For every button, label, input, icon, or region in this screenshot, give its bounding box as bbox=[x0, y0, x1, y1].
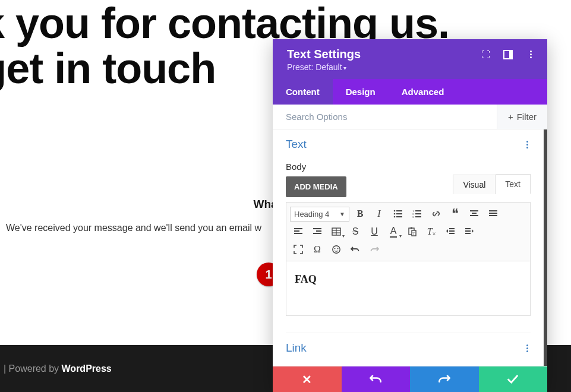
align-right-button[interactable] bbox=[309, 224, 326, 239]
preset-dropdown[interactable]: Preset: Default bbox=[287, 62, 535, 72]
svg-rect-21 bbox=[313, 228, 321, 229]
svg-point-2 bbox=[394, 213, 396, 215]
emoji-button[interactable] bbox=[328, 242, 345, 257]
svg-rect-12 bbox=[470, 210, 478, 211]
svg-point-39 bbox=[335, 248, 336, 249]
undo-button[interactable] bbox=[347, 242, 364, 257]
textcolor-button[interactable]: A bbox=[385, 224, 402, 239]
expand-icon[interactable] bbox=[481, 50, 490, 59]
tab-advanced[interactable]: Advanced bbox=[389, 79, 458, 105]
svg-rect-20 bbox=[294, 233, 302, 234]
tab-content[interactable]: Content bbox=[273, 79, 333, 105]
plus-icon: + bbox=[508, 112, 513, 122]
text-editor[interactable]: FAQ bbox=[286, 261, 531, 316]
svg-point-0 bbox=[394, 210, 396, 212]
section-text-title[interactable]: Text bbox=[286, 138, 307, 151]
redo-button[interactable] bbox=[366, 242, 383, 257]
svg-rect-18 bbox=[294, 228, 302, 229]
filter-label: Filter bbox=[517, 112, 537, 122]
check-icon bbox=[507, 374, 519, 385]
svg-rect-11 bbox=[415, 216, 421, 217]
redo-changes-button[interactable] bbox=[410, 366, 479, 392]
footer-prefix: | Powered by bbox=[4, 363, 59, 374]
svg-rect-37 bbox=[465, 233, 471, 234]
panel-footer: ✕ bbox=[273, 366, 547, 392]
tab-design[interactable]: Design bbox=[333, 79, 389, 105]
svg-rect-23 bbox=[313, 233, 321, 234]
fullscreen-button[interactable] bbox=[290, 242, 307, 257]
section-link-title[interactable]: Link bbox=[286, 342, 307, 355]
svg-point-40 bbox=[337, 248, 339, 249]
svg-rect-13 bbox=[472, 213, 477, 214]
svg-rect-34 bbox=[449, 233, 455, 234]
svg-rect-1 bbox=[396, 210, 402, 211]
svg-rect-15 bbox=[489, 210, 497, 211]
save-button[interactable] bbox=[479, 366, 548, 392]
clear-formatting-button[interactable]: T× bbox=[423, 224, 440, 239]
align-left-button[interactable] bbox=[290, 224, 307, 239]
svg-rect-14 bbox=[470, 215, 478, 216]
panel-menu-icon[interactable] bbox=[526, 50, 535, 59]
undo-icon bbox=[370, 374, 381, 385]
hero-line-2: we'll get in touch bbox=[0, 45, 216, 92]
cancel-button[interactable]: ✕ bbox=[273, 366, 342, 392]
svg-rect-19 bbox=[294, 230, 299, 232]
paste-button[interactable]: T bbox=[404, 224, 421, 239]
svg-rect-29 bbox=[411, 227, 412, 229]
format-value: Heading 4 bbox=[294, 210, 329, 219]
italic-button[interactable]: I bbox=[371, 206, 387, 222]
body-label: Body bbox=[286, 162, 531, 172]
svg-rect-17 bbox=[489, 215, 497, 216]
svg-rect-9 bbox=[415, 213, 421, 214]
editor-tab-visual[interactable]: Visual bbox=[453, 175, 496, 194]
footer-brand: WordPress bbox=[62, 363, 112, 374]
snap-icon[interactable] bbox=[503, 50, 513, 59]
editor-toolbar: Heading 4 ▼ B I 123 ❝ S U A T T× bbox=[286, 202, 531, 261]
table-button[interactable] bbox=[328, 224, 345, 239]
add-media-button[interactable]: ADD MEDIA bbox=[286, 176, 346, 197]
svg-rect-36 bbox=[465, 230, 471, 232]
filter-button[interactable]: + Filter bbox=[497, 105, 547, 129]
search-input[interactable] bbox=[273, 105, 497, 129]
align-center-button[interactable] bbox=[466, 206, 482, 222]
svg-rect-33 bbox=[449, 230, 455, 232]
svg-rect-35 bbox=[465, 228, 471, 229]
svg-text:3: 3 bbox=[412, 216, 414, 219]
indent-button[interactable] bbox=[461, 224, 478, 239]
text-settings-panel: Text Settings Preset: Default Content De… bbox=[273, 39, 547, 392]
svg-rect-5 bbox=[396, 216, 402, 217]
editor-tab-text[interactable]: Text bbox=[496, 174, 531, 194]
svg-rect-16 bbox=[489, 213, 497, 214]
link-button[interactable] bbox=[428, 206, 444, 222]
panel-tabs: Content Design Advanced bbox=[273, 79, 547, 105]
chevron-down-icon: ▼ bbox=[339, 211, 345, 217]
section-text-menu-icon[interactable] bbox=[524, 138, 531, 151]
numbered-list-button[interactable]: 123 bbox=[409, 206, 425, 222]
format-select[interactable]: Heading 4 ▼ bbox=[290, 207, 349, 222]
svg-rect-3 bbox=[396, 213, 402, 214]
special-char-button[interactable]: Ω bbox=[309, 242, 326, 257]
underline-button[interactable]: U bbox=[366, 224, 383, 239]
align-justify-button[interactable] bbox=[485, 206, 501, 222]
bold-button[interactable]: B bbox=[352, 206, 368, 222]
svg-point-4 bbox=[394, 216, 396, 218]
svg-rect-32 bbox=[449, 228, 455, 229]
panel-header[interactable]: Text Settings Preset: Default bbox=[273, 39, 547, 79]
close-icon: ✕ bbox=[302, 372, 312, 387]
section-link-menu-icon[interactable] bbox=[524, 342, 531, 355]
redo-icon bbox=[438, 374, 450, 385]
strikethrough-button[interactable]: S bbox=[347, 224, 364, 239]
panel-title: Text Settings bbox=[287, 48, 361, 61]
bullet-list-button[interactable] bbox=[390, 206, 406, 222]
svg-rect-22 bbox=[316, 230, 321, 232]
quote-button[interactable]: ❝ bbox=[447, 206, 463, 222]
undo-changes-button[interactable] bbox=[342, 366, 411, 392]
svg-rect-7 bbox=[415, 210, 421, 211]
svg-text:T: T bbox=[413, 232, 415, 235]
outdent-button[interactable] bbox=[442, 224, 459, 239]
svg-point-38 bbox=[333, 246, 340, 253]
